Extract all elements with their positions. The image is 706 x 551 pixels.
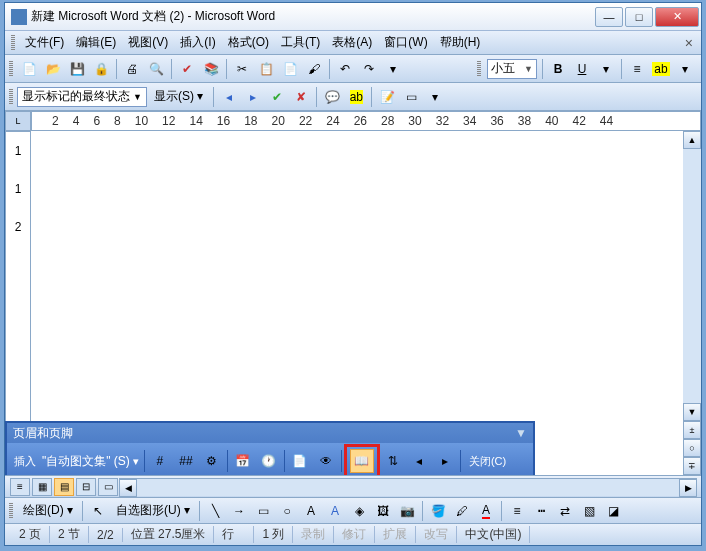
grip-icon[interactable] <box>477 61 481 77</box>
page-number-icon[interactable]: # <box>148 449 172 473</box>
scrollbar-horizontal[interactable]: ◀ ▶ <box>119 478 697 496</box>
print-icon[interactable]: 🖨 <box>121 58 143 80</box>
prev-change-icon[interactable]: ◂ <box>218 86 240 108</box>
page-setup-icon[interactable]: 📄 <box>288 449 312 473</box>
line-icon[interactable]: ╲ <box>204 500 226 522</box>
highlight-icon[interactable]: ab <box>650 58 672 80</box>
menu-insert[interactable]: 插入(I) <box>174 32 221 53</box>
scroll-up-icon[interactable]: ▲ <box>683 131 701 149</box>
web-view-icon[interactable]: ▦ <box>32 478 52 496</box>
save-icon[interactable]: 💾 <box>66 58 88 80</box>
diagram-icon[interactable]: ◈ <box>348 500 370 522</box>
menu-format[interactable]: 格式(O) <box>222 32 275 53</box>
undo-icon[interactable]: ↶ <box>334 58 356 80</box>
browse-icon[interactable]: ○ <box>683 439 701 457</box>
new-icon[interactable]: 📄 <box>18 58 40 80</box>
copy-icon[interactable]: 📋 <box>255 58 277 80</box>
scroll-down-icon[interactable]: ▼ <box>683 403 701 421</box>
reject-icon[interactable]: ✘ <box>290 86 312 108</box>
clipart-icon[interactable]: 🖼 <box>372 500 394 522</box>
grip-icon[interactable] <box>9 61 13 77</box>
line-color-icon[interactable]: 🖊 <box>451 500 473 522</box>
fill-icon[interactable]: 🪣 <box>427 500 449 522</box>
dash-icon[interactable]: ┅ <box>530 500 552 522</box>
cut-icon[interactable]: ✂ <box>231 58 253 80</box>
grip-icon[interactable] <box>9 503 13 519</box>
status-lang[interactable]: 中文(中国) <box>457 526 530 543</box>
more2-icon[interactable]: ▾ <box>674 58 696 80</box>
print-view-icon[interactable]: ▤ <box>54 478 74 496</box>
hf-collapse-icon[interactable]: ▼ <box>515 426 527 440</box>
underline-button[interactable]: U <box>571 58 593 80</box>
show-text-icon[interactable]: 👁 <box>314 449 338 473</box>
align-icon[interactable]: ≡ <box>626 58 648 80</box>
font-color-icon[interactable]: A <box>475 500 497 522</box>
picture-icon[interactable]: 📷 <box>396 500 418 522</box>
status-rec[interactable]: 录制 <box>293 526 334 543</box>
prev-section-icon[interactable]: ◂ <box>407 449 431 473</box>
track-icon[interactable]: 📝 <box>376 86 398 108</box>
preview-icon[interactable]: 🔍 <box>145 58 167 80</box>
format-page-icon[interactable]: ⚙ <box>200 449 224 473</box>
comment-icon[interactable]: 💬 <box>321 86 343 108</box>
research-icon[interactable]: 📚 <box>200 58 222 80</box>
markup-state-select[interactable]: 显示标记的最终状态 ▼ <box>17 87 147 107</box>
font-size-select[interactable]: 小五 ▼ <box>487 59 537 79</box>
switch-hf-icon[interactable]: ⇅ <box>381 449 405 473</box>
select-icon[interactable]: ↖ <box>87 500 109 522</box>
show-button[interactable]: 显示(S) ▾ <box>147 85 210 108</box>
scroll-right-icon[interactable]: ▶ <box>679 479 697 497</box>
time-icon[interactable]: 🕐 <box>257 449 281 473</box>
menu-view[interactable]: 视图(V) <box>122 32 174 53</box>
status-rev[interactable]: 修订 <box>334 526 375 543</box>
hf-title[interactable]: 页眉和页脚 ▼ <box>7 423 533 443</box>
more3-icon[interactable]: ▾ <box>424 86 446 108</box>
scroll-left-icon[interactable]: ◀ <box>119 479 137 497</box>
rect-icon[interactable]: ▭ <box>252 500 274 522</box>
outline-view-icon[interactable]: ⊟ <box>76 478 96 496</box>
underline-dd[interactable]: ▾ <box>595 58 617 80</box>
arrow-style-icon[interactable]: ⇄ <box>554 500 576 522</box>
doc-close-button[interactable]: × <box>681 35 697 51</box>
minimize-button[interactable]: — <box>595 7 623 27</box>
status-ext[interactable]: 扩展 <box>375 526 416 543</box>
redo-icon[interactable]: ↷ <box>358 58 380 80</box>
close-button[interactable]: ✕ <box>655 7 699 27</box>
next-change-icon[interactable]: ▸ <box>242 86 264 108</box>
scroll-track[interactable] <box>683 149 701 403</box>
3d-icon[interactable]: ◪ <box>602 500 624 522</box>
format-painter-icon[interactable]: 🖌 <box>303 58 325 80</box>
open-icon[interactable]: 📂 <box>42 58 64 80</box>
menu-edit[interactable]: 编辑(E) <box>70 32 122 53</box>
grip-icon[interactable] <box>11 35 15 51</box>
highlight2-icon[interactable]: ab <box>345 86 367 108</box>
ruler-corner[interactable]: L <box>5 111 31 131</box>
permissions-icon[interactable]: 🔒 <box>90 58 112 80</box>
menu-tools[interactable]: 工具(T) <box>275 32 326 53</box>
status-ovr[interactable]: 改写 <box>416 526 457 543</box>
arrow-icon[interactable]: → <box>228 500 250 522</box>
menu-table[interactable]: 表格(A) <box>326 32 378 53</box>
normal-view-icon[interactable]: ≡ <box>10 478 30 496</box>
paste-icon[interactable]: 📄 <box>279 58 301 80</box>
total-pages-icon[interactable]: ## <box>174 449 198 473</box>
accept-icon[interactable]: ✔ <box>266 86 288 108</box>
spellcheck-icon[interactable]: ✔ <box>176 58 198 80</box>
menu-help[interactable]: 帮助(H) <box>434 32 487 53</box>
draw-menu[interactable]: 绘图(D) ▾ <box>17 500 79 521</box>
scrollbar-vertical[interactable]: ▲ ▼ ± ○ ∓ <box>683 131 701 475</box>
prev-page-icon[interactable]: ± <box>683 421 701 439</box>
bold-button[interactable]: B <box>547 58 569 80</box>
textbox-icon[interactable]: A <box>300 500 322 522</box>
next-page-icon[interactable]: ∓ <box>683 457 701 475</box>
oval-icon[interactable]: ○ <box>276 500 298 522</box>
ruler-horizontal[interactable]: 2468101214161820222426283032343638404244 <box>31 111 701 131</box>
hf-autotext-button[interactable]: "自动图文集" (S) ▾ <box>39 453 142 470</box>
menu-window[interactable]: 窗口(W) <box>378 32 433 53</box>
same-as-previous-button[interactable]: 📖 <box>350 449 374 473</box>
next-section-icon[interactable]: ▸ <box>433 449 457 473</box>
date-icon[interactable]: 📅 <box>231 449 255 473</box>
line-style-icon[interactable]: ≡ <box>506 500 528 522</box>
maximize-button[interactable]: □ <box>625 7 653 27</box>
pane-icon[interactable]: ▭ <box>400 86 422 108</box>
